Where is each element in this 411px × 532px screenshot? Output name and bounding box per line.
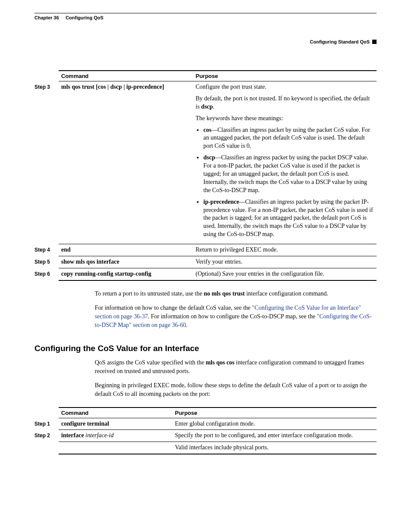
table-header-purpose: Purpose <box>193 71 377 81</box>
command-cell: show mls qos interface <box>59 256 193 268</box>
table-header-command: Command <box>59 408 172 418</box>
purpose-cell: Return to privileged EXEC mode. <box>193 244 377 256</box>
header-marker-icon <box>372 40 377 44</box>
command-cell: end <box>59 244 193 256</box>
command-cell: configure terminal <box>59 418 172 430</box>
command-cell: mls qos trust [cos | dscp | ip-precedenc… <box>59 81 193 244</box>
step-label: Step 5 <box>34 256 59 268</box>
page-header: Chapter 36 Configuring QoS <box>34 15 377 20</box>
section-breadcrumb: Configuring Standard QoS <box>310 39 370 44</box>
table-header-purpose: Purpose <box>172 408 377 418</box>
chapter-number: Chapter 36 <box>34 15 59 20</box>
purpose-cell: Valid interfaces include physical ports. <box>172 442 377 454</box>
purpose-cell: Specify the port to be configured, and e… <box>172 430 377 442</box>
step-label: Step 4 <box>34 244 59 256</box>
purpose-cell: Enter global configuration mode. <box>172 418 377 430</box>
step-label: Step 2 <box>34 430 59 454</box>
step-label: Step 6 <box>34 268 59 281</box>
command-cell: copy running-config startup-config <box>59 268 193 280</box>
section-heading: Configuring the CoS Value for an Interfa… <box>34 344 377 353</box>
list-item: cos—Classifies an ingress packet by usin… <box>203 126 374 151</box>
body-text: QoS assigns the CoS value specified with… <box>95 358 377 398</box>
command-table-2: Command Purpose <box>59 407 377 418</box>
command-cell: interface interface-id <box>59 430 172 442</box>
table-header-command: Command <box>59 71 193 81</box>
chapter-title: Configuring QoS <box>65 15 103 20</box>
purpose-cell: (Optional) Save your entries in the conf… <box>193 268 377 280</box>
purpose-cell: Configure the port trust state. By defau… <box>193 81 377 244</box>
list-item: ip-precedence—Classifies an ingress pack… <box>203 198 374 239</box>
step-label: Step 1 <box>34 418 59 430</box>
list-item: dscp—Classifies an ingress packet by usi… <box>203 154 374 194</box>
purpose-cell: Verify your entries. <box>193 256 377 268</box>
command-table-1: Command Purpose <box>59 70 377 81</box>
body-text: To return a port to its untrusted state,… <box>95 289 377 329</box>
header-rule <box>34 13 377 13</box>
step-label: Step 3 <box>34 81 59 244</box>
